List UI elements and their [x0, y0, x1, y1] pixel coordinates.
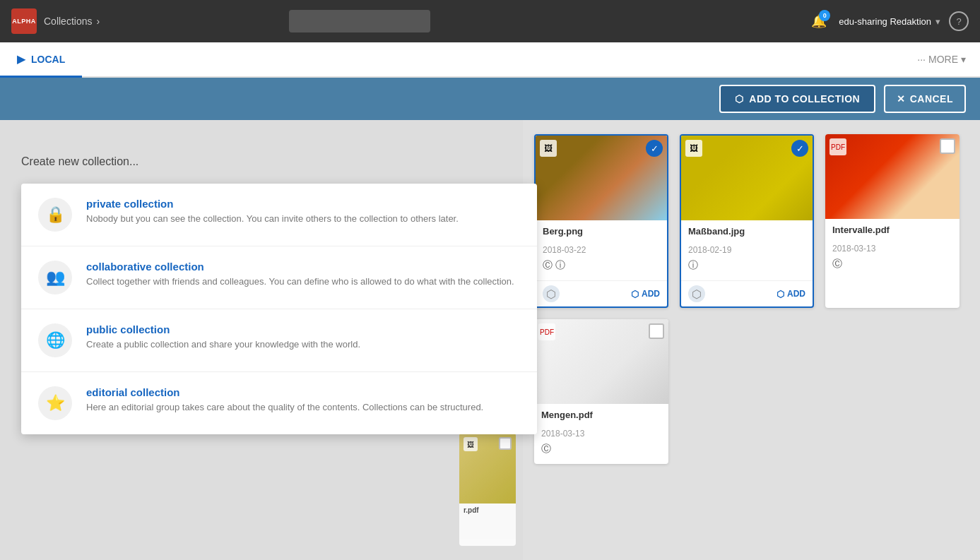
info-icon-massband: ⓘ [688, 259, 698, 272]
people-icon: 👥 [46, 268, 65, 287]
header-right: 🔔 0 edu-sharing Redaktion ▾ ? [808, 10, 969, 32]
cancel-label: CANCEL [910, 93, 953, 105]
collaborative-icon-wrap: 👥 [38, 261, 72, 294]
add-to-collection-label: ADD TO COLLECTION [749, 93, 860, 105]
cancel-icon: ✕ [897, 93, 906, 105]
mengen-license-icons: Ⓒ [541, 443, 661, 455]
more-chevron-icon: ▾ [961, 54, 966, 65]
mengen-checkbox [649, 323, 664, 339]
editorial-icon-wrap: ⭐ [38, 386, 72, 420]
massband-info: Maßband.jpg 2018-02-19 ⓘ [681, 220, 813, 280]
public-icon-wrap: 🌐 [38, 323, 72, 357]
private-info: private collection Nobody but you can se… [86, 198, 459, 225]
user-menu[interactable]: edu-sharing Redaktion ▾ [839, 16, 940, 27]
collection-type-private[interactable]: 🔒 private collection Nobody but you can … [21, 184, 537, 246]
berg-add-icon: ⬡ [631, 289, 639, 299]
local-tab-icon: ▶ [17, 53, 25, 66]
public-collection-name: public collection [86, 323, 360, 335]
add-to-collection-button[interactable]: ⬡ ADD TO COLLECTION [719, 85, 875, 113]
tab-more-label: MORE [928, 54, 958, 65]
file-card-intervalle[interactable]: PDF Intervalle.pdf 2018-03-13 Ⓒ [825, 134, 960, 308]
mengen-thumb-icon: PDF [538, 323, 555, 340]
intervalle-name: Intervalle.pdf [832, 225, 952, 235]
massband-name: Maßband.jpg [688, 226, 805, 237]
berg-checkmark: ✓ [646, 140, 663, 157]
breadcrumb-arrow: › [96, 16, 100, 27]
add-collection-icon: ⬡ [735, 93, 744, 105]
massband-thumb-icon: 🖼 [685, 140, 702, 157]
left-overlay: Create new collection... 🔒 private colle… [0, 120, 523, 560]
massband-checkmark: ✓ [791, 140, 808, 157]
info-icon-berg: ⓘ [555, 259, 565, 272]
massband-footer: ⬡ ⬡ ADD [681, 280, 813, 306]
mengen-thumbnail: PDF [534, 319, 668, 404]
main-area: Create new collection... 🔒 private colle… [0, 120, 980, 560]
berg-thumbnail: 🖼 ✓ [536, 136, 667, 220]
berg-footer: ⬡ ⬡ ADD [536, 280, 667, 306]
editorial-collection-desc: Here an editorial group takes care about… [86, 401, 483, 414]
berg-license-icons: Ⓒ ⓘ [543, 259, 660, 272]
public-collection-desc: Create a public collection and share you… [86, 338, 360, 351]
mengen-name: Mengen.pdf [541, 410, 661, 420]
action-bar: ⬡ ADD TO COLLECTION ✕ CANCEL [0, 78, 980, 120]
alpha-logo: ALPHA [11, 8, 37, 34]
berg-info: Berg.png 2018-03-22 Ⓒ ⓘ [536, 220, 667, 280]
berg-nav-icon: ⬡ [543, 285, 560, 302]
massband-nav-icon: ⬡ [688, 285, 705, 302]
notification-button[interactable]: 🔔 0 [808, 10, 830, 32]
create-new-label[interactable]: Create new collection... [21, 155, 138, 168]
massband-add-label: ADD [787, 289, 805, 299]
cc-icon-intervalle: Ⓒ [832, 258, 842, 270]
massband-license-icons: ⓘ [688, 259, 805, 272]
tab-local-label: LOCAL [31, 54, 65, 65]
file-card-berg[interactable]: 🖼 ✓ Berg.png 2018-03-22 Ⓒ ⓘ ⬡ ⬡ ADD [534, 134, 668, 308]
checkbox-partial [499, 437, 512, 450]
mengen-date: 2018-03-13 [541, 429, 661, 439]
massband-thumbnail: 🖼 ✓ [681, 136, 813, 220]
cc-icon-mengen: Ⓒ [541, 443, 551, 455]
tab-local[interactable]: ▶ LOCAL [0, 42, 82, 78]
lock-icon: 🔒 [46, 205, 65, 224]
intervalle-info: Intervalle.pdf 2018-03-13 Ⓒ [825, 219, 960, 279]
file-card-mengen[interactable]: PDF Mengen.pdf 2018-03-13 Ⓒ [534, 319, 668, 464]
berg-add-button[interactable]: ⬡ ADD [631, 289, 660, 299]
collection-dropdown: 🔒 private collection Nobody but you can … [21, 184, 537, 434]
massband-add-button[interactable]: ⬡ ADD [777, 289, 805, 299]
collection-type-collaborative[interactable]: 👥 collaborative collection Collect toget… [21, 246, 537, 309]
app-title-area: Collections › [44, 16, 100, 27]
help-button[interactable]: ? [949, 11, 969, 31]
collection-type-editorial[interactable]: ⭐ editorial collection Here an editorial… [21, 372, 537, 434]
private-collection-name: private collection [86, 198, 459, 210]
collaborative-collection-name: collaborative collection [86, 261, 514, 273]
more-icon: ··· [917, 54, 926, 65]
thumb-icon-partial: 🖼 [464, 437, 478, 451]
header: ALPHA Collections › 🔔 0 edu-sharing Reda… [0, 0, 980, 42]
partial-card-info: r.pdf [459, 504, 516, 517]
user-name: edu-sharing Redaktion [839, 16, 931, 27]
berg-date: 2018-03-22 [543, 245, 660, 255]
tab-more[interactable]: ··· MORE ▾ [903, 42, 980, 76]
tabs-bar: ▶ LOCAL ··· MORE ▾ [0, 42, 980, 78]
intervalle-thumbnail: PDF [825, 134, 960, 219]
intervalle-date: 2018-03-13 [832, 244, 952, 254]
collaborative-collection-desc: Collect together with friends and collea… [86, 275, 514, 288]
collaborative-info: collaborative collection Collect togethe… [86, 261, 514, 288]
berg-thumb-icon: 🖼 [540, 140, 557, 157]
partial-card-left: 🖼 r.pdf [459, 433, 516, 546]
berg-add-label: ADD [642, 289, 660, 299]
massband-add-icon: ⬡ [777, 289, 784, 299]
cc-icon-berg: Ⓒ [543, 259, 553, 272]
header-search-area[interactable] [289, 10, 430, 32]
private-icon-wrap: 🔒 [38, 198, 72, 232]
help-label: ? [956, 16, 961, 27]
collection-type-public[interactable]: 🌐 public collection Create a public coll… [21, 309, 537, 372]
file-card-massband[interactable]: 🖼 ✓ Maßband.jpg 2018-02-19 ⓘ ⬡ ⬡ ADD [680, 134, 814, 308]
file-grid: 🖼 ✓ Berg.png 2018-03-22 Ⓒ ⓘ ⬡ ⬡ ADD [523, 120, 980, 560]
intervalle-checkbox [940, 138, 955, 154]
intervalle-license-icons: Ⓒ [832, 258, 952, 270]
cancel-button[interactable]: ✕ CANCEL [884, 85, 966, 113]
search-input[interactable] [289, 10, 430, 32]
logo-text: ALPHA [12, 18, 36, 25]
massband-date: 2018-02-19 [688, 245, 805, 255]
editorial-info: editorial collection Here an editorial g… [86, 386, 483, 414]
